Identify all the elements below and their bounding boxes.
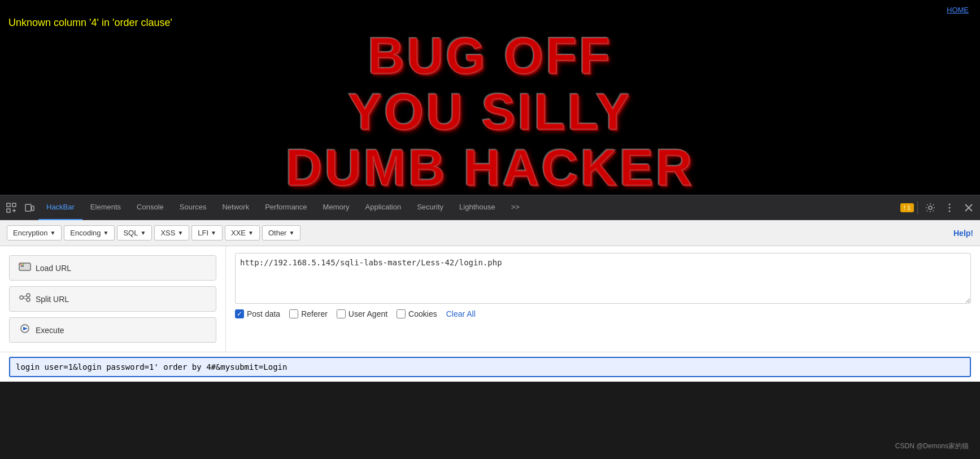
svg-rect-6 <box>32 206 34 211</box>
svg-rect-0 <box>7 203 10 207</box>
tab-memory[interactable]: Memory <box>315 195 358 220</box>
tab-lighthouse[interactable]: Lighthouse <box>451 195 503 220</box>
hackbar-left-panel: Load URL Split URL <box>0 246 226 352</box>
badge-icon: ! <box>904 204 905 211</box>
load-url-icon <box>19 261 31 274</box>
split-url-button[interactable]: Split URL <box>9 286 216 312</box>
svg-point-9 <box>949 207 951 208</box>
svg-point-10 <box>949 210 951 212</box>
svg-point-21 <box>27 298 30 301</box>
user-agent-checkbox[interactable] <box>337 309 346 318</box>
tab-network[interactable]: Network <box>214 195 257 220</box>
svg-point-20 <box>27 294 30 297</box>
home-link[interactable]: HOME <box>947 6 969 14</box>
xxe-menu[interactable]: XXE ▼ <box>225 225 260 241</box>
svg-point-16 <box>20 264 21 265</box>
split-url-icon <box>19 292 31 305</box>
execute-icon <box>19 324 31 336</box>
encryption-menu[interactable]: Encryption ▼ <box>7 225 62 241</box>
inspect-element-icon[interactable] <box>2 199 20 217</box>
browser-page-content: Unknown column '4' in 'order clause' HOM… <box>0 0 980 195</box>
cookies-option[interactable]: Cookies <box>397 309 437 318</box>
user-agent-option[interactable]: User Agent <box>337 309 387 318</box>
post-data-option[interactable]: ✓ Post data <box>235 309 280 318</box>
watermark: CSDN @Demons家的猫 <box>895 441 969 451</box>
svg-point-18 <box>23 264 24 265</box>
svg-point-8 <box>949 203 951 205</box>
other-arrow-icon: ▼ <box>289 230 294 236</box>
svg-marker-25 <box>23 327 28 330</box>
xss-menu[interactable]: XSS ▼ <box>154 225 189 241</box>
referer-option[interactable]: Referer <box>289 309 328 318</box>
tab-separator <box>917 201 918 215</box>
tab-application[interactable]: Application <box>358 195 410 220</box>
svg-point-17 <box>21 264 23 265</box>
svg-rect-1 <box>7 209 10 212</box>
hackbar-main: Load URL Split URL <box>0 246 980 352</box>
tab-sources[interactable]: Sources <box>172 195 215 220</box>
devtools-right-icons: ! 1 <box>900 199 978 217</box>
tab-security[interactable]: Security <box>409 195 451 220</box>
svg-line-23 <box>23 298 27 299</box>
cookies-checkbox[interactable] <box>397 309 406 318</box>
encoding-menu[interactable]: Encoding ▼ <box>64 225 115 241</box>
svg-point-7 <box>929 206 932 209</box>
sql-arrow-icon: ▼ <box>140 230 146 236</box>
devtools-panel: HackBar Elements Console Sources Network… <box>0 195 980 382</box>
execute-button[interactable]: Execute <box>9 317 216 343</box>
xss-arrow-icon: ▼ <box>177 230 183 236</box>
encryption-arrow-icon: ▼ <box>50 230 55 236</box>
svg-point-19 <box>20 296 23 299</box>
hacker-warning-text: BUG OFF YOU SILLY DUMB HACKER <box>0 28 980 196</box>
xxe-arrow-icon: ▼ <box>248 230 254 236</box>
svg-rect-5 <box>25 204 31 211</box>
tab-console[interactable]: Console <box>129 195 172 220</box>
hackbar-options: ✓ Post data Referer User Agent Cookies <box>235 309 971 318</box>
device-toolbar-icon[interactable] <box>20 199 38 217</box>
lfi-arrow-icon: ▼ <box>211 230 216 236</box>
settings-icon[interactable] <box>921 199 939 217</box>
svg-rect-2 <box>12 203 16 207</box>
url-input[interactable] <box>235 253 971 304</box>
post-data-checkbox[interactable]: ✓ <box>235 309 244 318</box>
tab-hackbar[interactable]: HackBar <box>38 195 82 220</box>
post-data-row <box>0 352 980 382</box>
more-tabs-button[interactable]: >> <box>503 195 528 220</box>
hackbar-right-panel: ✓ Post data Referer User Agent Cookies <box>226 246 980 352</box>
devtools-tabbar: HackBar Elements Console Sources Network… <box>0 195 980 220</box>
lfi-menu[interactable]: LFI ▼ <box>191 225 223 241</box>
tab-performance[interactable]: Performance <box>257 195 315 220</box>
hackbar-toolbar: Encryption ▼ Encoding ▼ SQL ▼ XSS ▼ LFI … <box>0 220 980 246</box>
referer-checkbox[interactable] <box>289 309 298 318</box>
clear-all-button[interactable]: Clear All <box>446 309 476 318</box>
tab-elements[interactable]: Elements <box>82 195 129 220</box>
svg-line-22 <box>23 296 27 297</box>
badge-count: 1 <box>907 204 911 211</box>
error-message: Unknown column '4' in 'order clause' <box>8 17 172 29</box>
help-button[interactable]: Help! <box>953 229 973 238</box>
load-url-button[interactable]: Load URL <box>9 255 216 281</box>
warnings-badge[interactable]: ! 1 <box>900 203 914 212</box>
post-data-input[interactable] <box>9 357 971 377</box>
encoding-arrow-icon: ▼ <box>103 230 109 236</box>
sql-menu[interactable]: SQL ▼ <box>117 225 152 241</box>
more-options-icon[interactable] <box>940 199 959 217</box>
close-devtools-icon[interactable] <box>960 199 978 217</box>
other-menu[interactable]: Other ▼ <box>262 225 300 241</box>
